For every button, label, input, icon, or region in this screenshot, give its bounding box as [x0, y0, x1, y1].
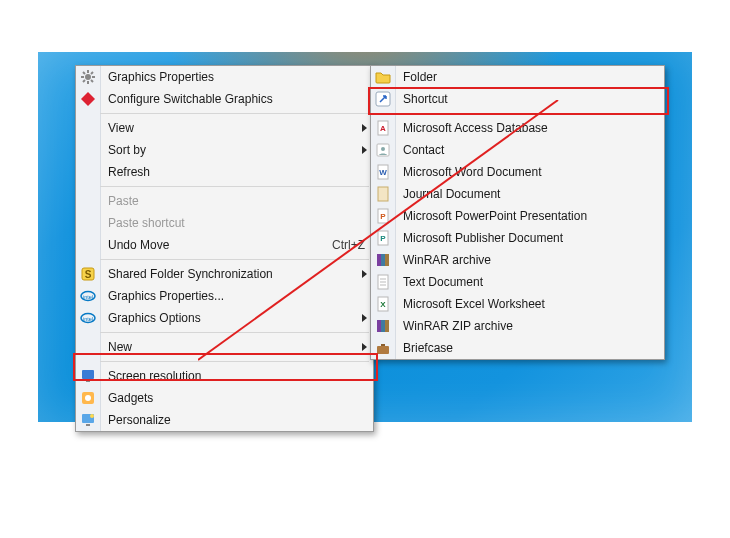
- menu-item-label: Graphics Options: [108, 311, 201, 325]
- menu-item-shortcut[interactable]: Shortcut: [395, 88, 664, 110]
- svg-point-22: [90, 414, 94, 418]
- menu-item-personalize[interactable]: Personalize: [100, 409, 373, 431]
- menu-item-undomove[interactable]: Undo MoveCtrl+Z: [100, 234, 373, 256]
- menu-item-refresh[interactable]: Refresh: [100, 161, 373, 183]
- svg-line-8: [91, 72, 93, 74]
- svg-line-5: [83, 72, 85, 74]
- svg-marker-9: [81, 92, 95, 106]
- menu-item-pub[interactable]: PMicrosoft Publisher Document: [395, 227, 664, 249]
- menu-item-sortby[interactable]: Sort by: [100, 139, 373, 161]
- menu-item-ppt[interactable]: PMicrosoft PowerPoint Presentation: [395, 205, 664, 227]
- gadget-icon: [76, 387, 100, 409]
- file-red-icon: A: [371, 117, 395, 139]
- menu-item-rar[interactable]: WinRAR archive: [395, 249, 664, 271]
- separator: [395, 113, 660, 114]
- books-icon: [371, 249, 395, 271]
- menu-item-label: Briefcase: [403, 341, 453, 355]
- intel-icon: intel: [76, 307, 100, 329]
- menu-item-journal[interactable]: Journal Document: [395, 183, 664, 205]
- svg-text:X: X: [380, 300, 386, 309]
- gear-icon: [76, 66, 100, 88]
- svg-point-0: [85, 74, 91, 80]
- menu-item-label: Microsoft Access Database: [403, 121, 548, 135]
- svg-rect-46: [385, 320, 389, 332]
- s-box-icon: S: [76, 263, 100, 285]
- desktop-context-menu: Graphics PropertiesConfigure Switchable …: [75, 65, 374, 432]
- shortcut-icon: [371, 88, 395, 110]
- menu-item-label: Undo Move: [108, 238, 169, 252]
- menu-item-label: New: [108, 340, 132, 354]
- menu-item-new[interactable]: New: [100, 336, 373, 358]
- menu-item-view[interactable]: View: [100, 117, 373, 139]
- menu-item-label: Refresh: [108, 165, 150, 179]
- menu-item-word[interactable]: WMicrosoft Word Document: [395, 161, 664, 183]
- file-teal-icon: P: [371, 227, 395, 249]
- file-green-icon: X: [371, 293, 395, 315]
- submenu-arrow-icon: [362, 314, 367, 322]
- svg-point-27: [381, 147, 385, 151]
- submenu-arrow-icon: [362, 343, 367, 351]
- svg-line-6: [91, 80, 93, 82]
- menu-item-label: Paste shortcut: [108, 216, 185, 230]
- menu-item-label: Microsoft Publisher Document: [403, 231, 563, 245]
- svg-rect-35: [377, 254, 381, 266]
- menu-item-label: Shortcut: [403, 92, 448, 106]
- intel-icon: intel: [76, 285, 100, 307]
- svg-rect-37: [385, 254, 389, 266]
- menu-item-gfxprops2[interactable]: intelGraphics Properties...: [100, 285, 373, 307]
- menu-item-label: Paste: [108, 194, 139, 208]
- svg-text:S: S: [85, 269, 92, 280]
- submenu-arrow-icon: [362, 270, 367, 278]
- menu-item-swgfx[interactable]: Configure Switchable Graphics: [100, 88, 373, 110]
- svg-line-7: [83, 80, 85, 82]
- menu-item-gfxprops[interactable]: Graphics Properties: [100, 66, 373, 88]
- separator: [100, 361, 369, 362]
- menu-item-xls[interactable]: XMicrosoft Excel Worksheet: [395, 293, 664, 315]
- menu-item-sharedfolder[interactable]: SShared Folder Synchronization: [100, 263, 373, 285]
- menu-item-contact[interactable]: Contact: [395, 139, 664, 161]
- svg-rect-45: [381, 320, 385, 332]
- menu-item-access[interactable]: AMicrosoft Access Database: [395, 117, 664, 139]
- menu-item-screenres[interactable]: Screen resolution: [100, 365, 373, 387]
- menu-item-zip[interactable]: WinRAR ZIP archive: [395, 315, 664, 337]
- svg-rect-36: [381, 254, 385, 266]
- separator: [100, 113, 369, 114]
- menu-item-label: Microsoft PowerPoint Presentation: [403, 209, 587, 223]
- menu-item-label: WinRAR ZIP archive: [403, 319, 513, 333]
- svg-text:W: W: [379, 168, 387, 177]
- menu-item-txt[interactable]: Text Document: [395, 271, 664, 293]
- file-tan-icon: [371, 183, 395, 205]
- svg-rect-30: [378, 187, 388, 201]
- submenu-arrow-icon: [362, 146, 367, 154]
- svg-text:A: A: [380, 124, 386, 133]
- file-orange-icon: P: [371, 205, 395, 227]
- menu-item-label: Sort by: [108, 143, 146, 157]
- menu-item-label: Microsoft Word Document: [403, 165, 542, 179]
- svg-rect-16: [82, 370, 94, 379]
- svg-rect-17: [86, 380, 90, 382]
- menu-item-label: Personalize: [108, 413, 171, 427]
- menu-item-folder[interactable]: Folder: [395, 66, 664, 88]
- menu-item-paste: Paste: [100, 190, 373, 212]
- file-blue-icon: W: [371, 161, 395, 183]
- svg-rect-21: [86, 424, 90, 426]
- menu-item-label: Gadgets: [108, 391, 153, 405]
- contact-icon: [371, 139, 395, 161]
- svg-text:intel: intel: [83, 294, 93, 300]
- separator: [100, 332, 369, 333]
- menu-item-label: Graphics Properties: [108, 70, 214, 84]
- menu-item-gfxopts[interactable]: intelGraphics Options: [100, 307, 373, 329]
- submenu-arrow-icon: [362, 124, 367, 132]
- menu-item-gadgets[interactable]: Gadgets: [100, 387, 373, 409]
- menu-item-label: Screen resolution: [108, 369, 201, 383]
- svg-text:intel: intel: [83, 316, 93, 322]
- svg-text:P: P: [380, 212, 386, 221]
- svg-rect-48: [381, 344, 385, 346]
- menu-item-shortcut: Ctrl+Z: [332, 234, 365, 256]
- diamond-icon: [76, 88, 100, 110]
- svg-rect-47: [377, 346, 389, 354]
- separator: [100, 259, 369, 260]
- svg-text:P: P: [380, 234, 386, 243]
- menu-item-pastesc: Paste shortcut: [100, 212, 373, 234]
- menu-item-briefcase[interactable]: Briefcase: [395, 337, 664, 359]
